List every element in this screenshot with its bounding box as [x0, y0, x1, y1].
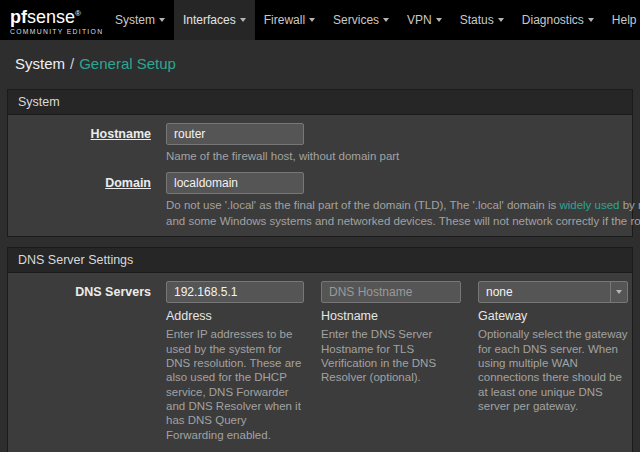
system-panel-title: System: [8, 90, 632, 115]
nav-label: Diagnostics: [522, 13, 584, 27]
caret-down-icon: [436, 18, 442, 22]
nav-item-interfaces[interactable]: Interfaces: [174, 0, 255, 40]
nav-item-vpn[interactable]: VPN: [398, 0, 451, 40]
nav-label: System: [115, 13, 155, 27]
nav-item-diagnostics[interactable]: Diagnostics: [513, 0, 603, 40]
breadcrumb: System/General Setup: [0, 40, 640, 83]
caret-down-icon: [309, 18, 315, 22]
registered-mark: ®: [75, 9, 81, 18]
dns-hostname-input[interactable]: [321, 281, 461, 303]
community-edition-label: COMMUNITY EDITION: [10, 28, 102, 35]
dns-gateway-column: none Gateway Optionally select the gatew…: [478, 281, 628, 442]
dns-settings-panel: DNS Server Settings DNS Servers Address …: [7, 247, 633, 452]
select-arrow-box: [610, 282, 627, 302]
system-panel: System Hostname Name of the firewall hos…: [7, 89, 633, 237]
caret-down-icon: [383, 18, 389, 22]
pfsense-wordmark: pfsense®: [10, 5, 102, 26]
caret-down-icon: [159, 18, 165, 22]
nav-label: Help: [612, 13, 637, 27]
domain-label: Domain: [8, 172, 166, 228]
domain-row: Domain Do not use '.local' as the final …: [8, 172, 632, 228]
dns-address-input[interactable]: [166, 281, 304, 303]
nav-label: Status: [460, 13, 494, 27]
top-navbar: pfsense® COMMUNITY EDITION System Interf…: [0, 0, 640, 40]
main-menu: System Interfaces Firewall Services VPN …: [106, 0, 640, 40]
hostname-field-group: Name of the firewall host, without domai…: [166, 123, 632, 163]
domain-help-line1: Do not use '.local' as the final part of…: [166, 198, 632, 212]
caret-down-icon: [498, 18, 504, 22]
nav-item-services[interactable]: Services: [324, 0, 398, 40]
hostname-label: Hostname: [8, 123, 166, 163]
nav-item-help[interactable]: Help: [603, 0, 640, 40]
hostname-help: Name of the firewall host, without domai…: [166, 149, 632, 163]
nav-label: Firewall: [264, 13, 305, 27]
hostname-row: Hostname Name of the firewall host, with…: [8, 123, 632, 163]
dns-hostname-help: Enter the DNS Server Hostname for TLS Ve…: [321, 327, 461, 385]
dns-panel-title: DNS Server Settings: [8, 248, 632, 273]
dns-gateway-select[interactable]: none: [478, 281, 628, 303]
breadcrumb-page[interactable]: General Setup: [79, 55, 176, 72]
dns-hostname-column: Hostname Enter the DNS Server Hostname f…: [321, 281, 461, 442]
dns-servers-row: DNS Servers Address Enter IP addresses t…: [8, 281, 632, 442]
domain-help-text: by mDNS (including: [623, 199, 640, 211]
domain-help-text: Do not use '.local' as the final part of…: [166, 199, 556, 211]
address-help: Enter IP addresses to be used by the sys…: [166, 327, 304, 442]
caret-down-icon: [588, 18, 594, 22]
gateway-help: Optionally select the gateway for each D…: [478, 327, 628, 413]
dns-panel-body: DNS Servers Address Enter IP addresses t…: [8, 273, 632, 452]
gateway-selected-value: none: [479, 285, 610, 299]
caret-down-icon: [616, 290, 622, 294]
domain-input[interactable]: [166, 172, 304, 194]
logo-sense: sense: [27, 7, 75, 27]
nav-label: Services: [333, 13, 379, 27]
hostname-input[interactable]: [166, 123, 304, 145]
domain-help-line2: and some Windows systems and networked d…: [166, 214, 632, 228]
nav-item-firewall[interactable]: Firewall: [255, 0, 324, 40]
breadcrumb-separator: /: [70, 55, 74, 72]
nav-label: VPN: [407, 13, 432, 27]
breadcrumb-section: System: [15, 55, 65, 72]
dns-servers-grid: Address Enter IP addresses to be used by…: [166, 281, 632, 442]
logo-pf: pf: [10, 7, 27, 27]
dns-servers-label: DNS Servers: [8, 281, 166, 442]
nav-item-status[interactable]: Status: [451, 0, 513, 40]
nav-label: Interfaces: [183, 13, 236, 27]
dns-address-column: Address Enter IP addresses to be used by…: [166, 281, 304, 442]
pfsense-logo[interactable]: pfsense® COMMUNITY EDITION: [0, 0, 102, 40]
hostname-field-label: Hostname: [321, 309, 461, 323]
caret-down-icon: [240, 18, 246, 22]
nav-item-system[interactable]: System: [106, 0, 174, 40]
system-panel-body: Hostname Name of the firewall host, with…: [8, 115, 632, 236]
gateway-field-label: Gateway: [478, 309, 628, 323]
domain-field-group: Do not use '.local' as the final part of…: [166, 172, 632, 228]
widely-used-link[interactable]: widely used: [559, 199, 619, 211]
address-field-label: Address: [166, 309, 304, 323]
